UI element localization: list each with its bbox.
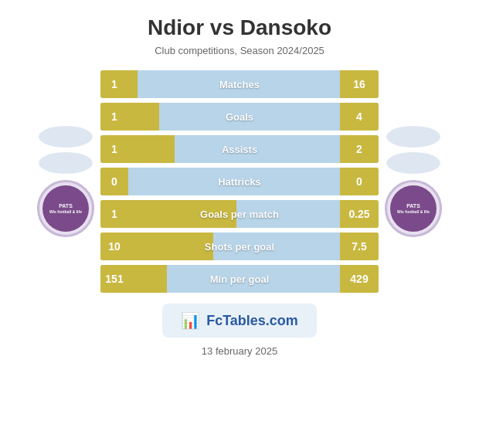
left-badge-inner: PATS Wis football & life <box>42 185 89 232</box>
stat-label-5: Shots per goal <box>205 241 274 253</box>
stat-right-val-1: 4 <box>340 103 379 131</box>
stat-right-val-0: 16 <box>340 70 379 98</box>
right-badge-inner: PATS Wis football & life <box>390 185 437 232</box>
stat-left-val-4: 1 <box>100 200 128 228</box>
stat-row-0: 1 Matches 16 <box>100 70 379 98</box>
stat-right-val-2: 2 <box>340 135 379 163</box>
match-title: Ndior vs Dansoko <box>148 15 331 40</box>
stat-left-val-5: 10 <box>100 232 128 260</box>
stat-left-val-6: 151 <box>100 265 128 293</box>
right-oval-1 <box>386 126 440 148</box>
right-oval-2 <box>386 152 440 174</box>
stat-row-1: 1 Goals 4 <box>100 103 379 131</box>
brand-text: FcTables.com <box>206 313 298 329</box>
stat-left-val-0: 1 <box>100 70 128 98</box>
right-badge-circle: PATS Wis football & life <box>385 180 442 237</box>
right-badge-text: PATS Wis football & life <box>397 203 430 214</box>
stat-right-val-3: 0 <box>340 168 379 195</box>
stat-row-6: 151 Min per goal 429 <box>100 265 379 293</box>
stats-area: 1 Matches 16 1 Goals 4 1 Assists 2 0 <box>100 70 379 293</box>
stat-row-4: 1 Goals per match 0.25 <box>100 200 379 228</box>
left-team: PATS Wis football & life <box>31 126 100 237</box>
stat-left-val-1: 1 <box>100 103 128 131</box>
stat-row-2: 1 Assists 2 <box>100 135 379 163</box>
branding-block: 📊 FcTables.com <box>162 304 317 338</box>
stat-row-5: 10 Shots per goal 7.5 <box>100 232 379 260</box>
left-ovals <box>39 126 93 174</box>
stat-label-3: Hattricks <box>218 176 261 188</box>
comparison-layout: PATS Wis football & life 1 Matches 16 1 … <box>8 70 471 293</box>
stat-label-0: Matches <box>219 79 260 90</box>
stat-right-val-4: 0.25 <box>340 200 379 228</box>
left-oval-1 <box>39 126 93 148</box>
left-oval-2 <box>39 152 93 174</box>
match-subtitle: Club competitions, Season 2024/2025 <box>155 45 324 56</box>
stat-right-val-5: 7.5 <box>340 232 379 260</box>
right-team: PATS Wis football & life <box>379 126 448 237</box>
stat-label-1: Goals <box>226 111 253 123</box>
right-ovals <box>386 126 440 174</box>
left-badge-circle: PATS Wis football & life <box>37 180 94 237</box>
left-badge-text: PATS Wis football & life <box>49 203 82 214</box>
stat-row-3: 0 Hattricks 0 <box>100 168 379 195</box>
page-container: Ndior vs Dansoko Club competitions, Seas… <box>0 0 479 448</box>
stat-right-val-6: 429 <box>340 265 379 293</box>
stat-label-4: Goals per match <box>200 209 279 220</box>
stat-left-val-3: 0 <box>100 168 128 195</box>
brand-icon: 📊 <box>181 311 200 330</box>
stat-label-2: Assists <box>222 144 257 155</box>
footer-date: 13 february 2025 <box>202 345 277 357</box>
stat-label-6: Min per goal <box>210 273 270 285</box>
stat-left-val-2: 1 <box>100 135 128 163</box>
